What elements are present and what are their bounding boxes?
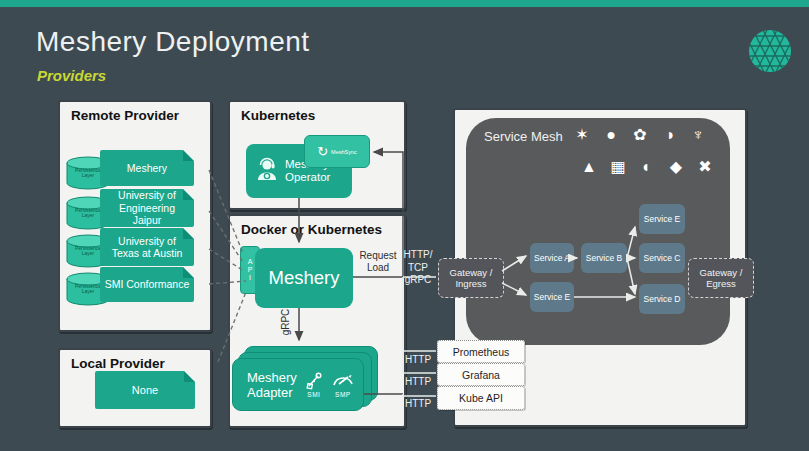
mesh-logo-5-icon: ♆: [687, 124, 709, 146]
mesh-logo-10-icon: ✖: [694, 156, 716, 178]
page-subtitle: Providers: [37, 67, 106, 84]
http-label: HTTP: [401, 354, 435, 367]
prometheus-box: Prometheus: [437, 340, 525, 363]
http-label: HTTP: [401, 376, 435, 389]
sync-icon: ↻: [317, 145, 328, 158]
gateway-ingress-box: Gateway / Ingress: [438, 258, 504, 298]
meshery-logo-icon: [747, 28, 793, 74]
grafana-box: Grafana: [437, 363, 525, 386]
local-provider-none-box: None: [95, 371, 195, 409]
mesh-logo-1-icon: ✶: [571, 124, 593, 146]
kube-api-box: Kube API: [437, 386, 525, 410]
service-e-bottom-box: Service E: [530, 282, 574, 312]
service-mesh-panel: [466, 118, 730, 345]
local-provider-title: Local Provider: [71, 356, 165, 371]
service-e-top-box: Service E: [639, 204, 685, 234]
mesh-logo-7-icon: ▦: [607, 156, 629, 178]
service-b-box: Service B: [581, 243, 627, 273]
smi-label: SMI: [307, 391, 320, 398]
meshsync-label: MeshSync: [331, 149, 357, 155]
http-tcp-grpc-label: HTTP/ TCP gRPC: [400, 249, 436, 287]
smi-icon: SMI: [305, 372, 323, 398]
meshery-label: Meshery: [269, 267, 340, 289]
service-d-box: Service D: [639, 284, 685, 314]
service-mesh-title: Service Mesh: [484, 129, 563, 144]
mesh-logo-4-icon: ◑: [658, 124, 680, 146]
mesh-logo-9-icon: ◆: [665, 156, 687, 178]
request-load-label: Request Load: [352, 250, 404, 274]
adapter-label: Meshery Adapter: [247, 370, 297, 400]
remote-item-jaipur: University of Engineering Jaipur: [100, 189, 194, 227]
remote-item-smi-conformance: SMI Conformance: [100, 267, 194, 302]
operator-icon: [254, 155, 280, 187]
docker-kubernetes-title: Docker or Kubernetes: [241, 222, 382, 237]
smp-gauge-icon: SMP: [331, 372, 355, 398]
mesh-logo-6-icon: ▲: [578, 156, 600, 178]
mesh-logo-2-icon: ●: [600, 124, 622, 146]
page-title: Meshery Deployment: [36, 26, 310, 58]
remote-item-label: Meshery: [123, 162, 171, 175]
none-label: None: [132, 384, 158, 396]
meshery-box: Meshery: [255, 248, 353, 308]
kubernetes-title: Kubernetes: [241, 108, 315, 123]
slide: Meshery Deployment Providers Remote Prov…: [0, 0, 809, 451]
service-c-box: Service C: [639, 243, 685, 273]
remote-item-texas: University of Texas at Austin: [100, 228, 194, 266]
mesh-logo-8-icon: ◐: [636, 156, 658, 178]
remote-provider-title: Remote Provider: [71, 108, 179, 123]
mesh-logos-row-1: ✶ ● ✿ ◑ ♆: [571, 124, 709, 146]
remote-item-label: University of Engineering Jaipur: [100, 189, 194, 227]
remote-item-label: University of Texas at Austin: [108, 235, 187, 260]
gateway-egress-box: Gateway / Egress: [688, 258, 754, 298]
meshery-adapter-box: Meshery Adapter SMI SMP: [232, 358, 364, 411]
grpc-label: gRPC: [280, 292, 292, 352]
http-label: HTTP: [401, 398, 435, 411]
mesh-logo-3-icon: ✿: [629, 124, 651, 146]
service-a-box: Service A: [530, 243, 574, 273]
smp-label: SMP: [335, 391, 351, 398]
top-accent-bar: [0, 0, 809, 7]
remote-item-label: SMI Conformance: [101, 278, 194, 291]
meshsync-box: ↻ MeshSync: [304, 135, 370, 168]
remote-item-meshery: Meshery: [100, 150, 194, 186]
mesh-logos-row-2: ▲ ▦ ◐ ◆ ✖: [578, 156, 716, 178]
